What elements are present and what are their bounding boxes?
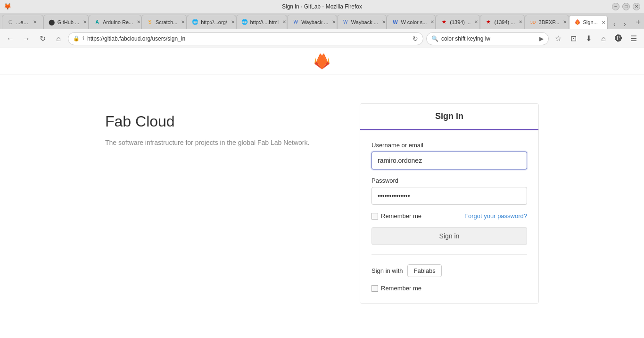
home-page-button[interactable]: ⌂ bbox=[597, 32, 610, 45]
tab-1394-2[interactable]: ★ (1394) ... ✕ bbox=[480, 15, 524, 29]
tab-signin[interactable]: Sign... ✕ bbox=[569, 15, 608, 29]
url-display[interactable]: https://gitlab.fabcloud.org/users/sign_i… bbox=[87, 35, 410, 42]
tab-wayback1[interactable]: W Wayback ... ✕ bbox=[287, 15, 337, 29]
tab-label-github: GitHub ... bbox=[58, 19, 79, 25]
search-bar[interactable]: 🔍 color shift keying lw ▶ bbox=[426, 32, 549, 45]
reader-view-button[interactable]: ⊡ bbox=[567, 32, 580, 45]
title-bar-controls: − □ ✕ bbox=[612, 3, 640, 10]
tab-nav-left[interactable]: ‹ bbox=[610, 19, 619, 29]
page-content: Fab Cloud The software infrastructure fo… bbox=[0, 48, 644, 338]
tab-1394-1[interactable]: ★ (1394) ... ✕ bbox=[436, 15, 480, 29]
tab-label-3dexp: 3DEXP... bbox=[539, 19, 560, 25]
close-button[interactable]: ✕ bbox=[633, 3, 640, 10]
tab-close-3dexp[interactable]: ✕ bbox=[561, 19, 568, 25]
remember-me-text-2: Remember me bbox=[381, 285, 421, 292]
search-icon: 🔍 bbox=[431, 35, 438, 42]
tab-favicon-http-org: 🌐 bbox=[192, 19, 198, 25]
tab-favicon-wayback1: W bbox=[292, 19, 299, 25]
tab-color-shift[interactable]: W W color s... ✕ bbox=[387, 15, 436, 29]
signin-with-label: Sign in with bbox=[372, 267, 403, 274]
tab-label-http-org: http://...org/ bbox=[201, 19, 227, 25]
tab-label-color-shift: W color s... bbox=[401, 19, 427, 25]
download-button[interactable]: ⬇ bbox=[582, 32, 595, 45]
tab-label-signin: Sign... bbox=[583, 19, 598, 25]
tab-close-http-html[interactable]: ✕ bbox=[281, 19, 287, 25]
signin-card-header: Sign in bbox=[360, 104, 538, 130]
tab-close-1394-1[interactable]: ✕ bbox=[473, 19, 479, 25]
site-subtext: The software infrastructure for projects… bbox=[105, 138, 322, 148]
tab-wayback2[interactable]: W Wayback ... ✕ bbox=[337, 15, 387, 29]
tab-label-eda: ...eda... bbox=[16, 19, 29, 25]
password-group: Password bbox=[372, 177, 527, 205]
forgot-password-link[interactable]: Forgot your password? bbox=[464, 212, 527, 220]
password-label: Password bbox=[372, 177, 527, 184]
username-input[interactable] bbox=[372, 152, 527, 169]
search-query[interactable]: color shift keying lw bbox=[441, 35, 537, 42]
tab-scratch[interactable]: S Scratch... ✕ bbox=[141, 15, 187, 29]
tab-eda[interactable]: ⬡ ...eda... ✕ bbox=[2, 15, 43, 29]
forward-button[interactable]: → bbox=[20, 32, 33, 45]
gitlab-header bbox=[0, 48, 644, 75]
new-tab-button[interactable]: + bbox=[632, 16, 644, 29]
back-button[interactable]: ← bbox=[4, 32, 17, 45]
fablabs-button[interactable]: Fablabs bbox=[407, 264, 441, 277]
username-label: Username or email bbox=[372, 142, 527, 149]
signin-title: Sign in bbox=[368, 111, 531, 121]
remember-me-checkbox[interactable] bbox=[372, 213, 378, 220]
menu-button[interactable]: ☰ bbox=[627, 32, 640, 45]
tab-close-1394-2[interactable]: ✕ bbox=[517, 19, 524, 25]
minimize-button[interactable]: − bbox=[612, 3, 619, 10]
remember-me-text: Remember me bbox=[381, 212, 421, 220]
tab-label-1394-1: (1394) ... bbox=[450, 19, 471, 25]
tab-arduino[interactable]: A Arduino Re... ✕ bbox=[89, 15, 141, 29]
tab-bar: ⬡ ...eda... ✕ ⬤ GitHub ... ✕ A Arduino R… bbox=[0, 13, 644, 29]
remember-me-row-2: Remember me bbox=[372, 285, 527, 292]
tab-github[interactable]: ⬤ GitHub ... ✕ bbox=[43, 15, 89, 29]
tab-label-arduino: Arduino Re... bbox=[103, 19, 133, 25]
reload-button[interactable]: ↻ bbox=[36, 32, 49, 45]
tab-close-wayback1[interactable]: ✕ bbox=[330, 19, 337, 25]
tab-favicon-eda: ⬡ bbox=[7, 19, 14, 25]
main-content: Fab Cloud The software infrastructure fo… bbox=[39, 75, 605, 332]
maximize-button[interactable]: □ bbox=[622, 3, 630, 10]
form-options-row: Remember me Forgot your password? bbox=[372, 212, 527, 220]
tab-http-html[interactable]: 🌐 http://....html ✕ bbox=[236, 15, 288, 29]
remember-me-label[interactable]: Remember me bbox=[372, 212, 421, 220]
tab-favicon-1394-1: ★ bbox=[441, 19, 447, 25]
gitlab-logo bbox=[314, 53, 330, 70]
signin-card-body: Username or email Password Remember me F… bbox=[360, 130, 538, 303]
tab-close-eda[interactable]: ✕ bbox=[32, 19, 38, 25]
tab-close-http-org[interactable]: ✕ bbox=[230, 19, 236, 25]
address-reload-icon[interactable]: ↻ bbox=[413, 35, 418, 42]
address-info-icon: ℹ bbox=[83, 35, 84, 42]
signin-card: Sign in Username or email Password bbox=[360, 103, 539, 304]
pocket-button[interactable]: 🅟 bbox=[612, 32, 625, 45]
tab-close-scratch[interactable]: ✕ bbox=[180, 19, 186, 25]
username-group: Username or email bbox=[372, 142, 527, 169]
tab-favicon-scratch: S bbox=[147, 19, 153, 25]
tab-label-wayback2: Wayback ... bbox=[351, 19, 378, 25]
signin-button[interactable]: Sign in bbox=[372, 227, 527, 245]
search-submit-icon[interactable]: ▶ bbox=[539, 35, 544, 42]
window-title: Sign in · GitLab - Mozilla Firefox bbox=[282, 3, 362, 10]
site-heading: Fab Cloud bbox=[105, 113, 322, 130]
home-button[interactable]: ⌂ bbox=[52, 32, 65, 45]
tab-label-wayback1: Wayback ... bbox=[301, 19, 328, 25]
remember-me-checkbox-2[interactable] bbox=[372, 285, 378, 292]
tab-favicon-1394-2: ★ bbox=[485, 19, 492, 25]
tab-3dexp[interactable]: 3D 3DEXP... ✕ bbox=[525, 15, 569, 29]
tab-close-color-shift[interactable]: ✕ bbox=[429, 19, 436, 25]
left-panel: Fab Cloud The software infrastructure fo… bbox=[105, 103, 322, 304]
tab-close-signin[interactable]: ✕ bbox=[600, 19, 607, 25]
address-bar[interactable]: 🔒 ℹ https://gitlab.fabcloud.org/users/si… bbox=[68, 32, 423, 45]
tab-close-github[interactable]: ✕ bbox=[82, 19, 88, 25]
tab-nav-right[interactable]: › bbox=[620, 19, 629, 29]
tab-close-wayback2[interactable]: ✕ bbox=[380, 19, 387, 25]
tab-close-arduino[interactable]: ✕ bbox=[135, 19, 141, 25]
password-input[interactable] bbox=[372, 187, 527, 205]
tab-http-org[interactable]: 🌐 http://...org/ ✕ bbox=[187, 15, 236, 29]
tab-favicon-arduino: A bbox=[94, 19, 100, 25]
bookmark-star-button[interactable]: ☆ bbox=[552, 32, 565, 45]
tab-label-1394-2: (1394) ... bbox=[494, 19, 515, 25]
tab-navigation: ‹ › bbox=[608, 19, 631, 29]
